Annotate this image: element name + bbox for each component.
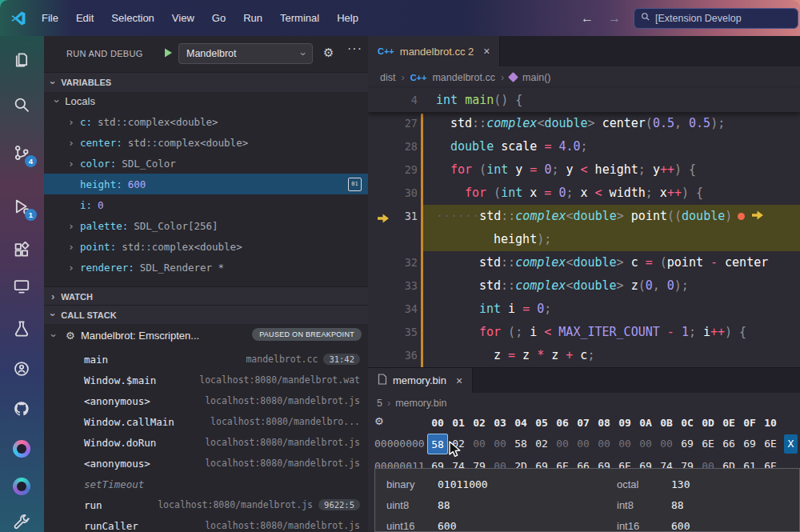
hex-byte-cell[interactable]: 58 bbox=[510, 433, 531, 455]
scope-locals[interactable]: › Locals bbox=[44, 90, 368, 111]
code-token: double bbox=[573, 278, 616, 293]
code-token: ( bbox=[653, 255, 667, 270]
tab-mandelbrot-cc[interactable]: C++ mandelbrot.cc 2 × bbox=[368, 36, 500, 66]
hex-byte-cell[interactable]: 58 bbox=[427, 434, 448, 454]
code-line[interactable]: 33std::complex<double> z(0, 0); bbox=[368, 274, 800, 298]
command-center[interactable]: [Extension Develop bbox=[634, 8, 798, 29]
menu-help[interactable]: Help bbox=[328, 9, 367, 27]
hex-byte-cell[interactable]: 02 bbox=[531, 433, 552, 455]
hex-decoded-cell[interactable]: X bbox=[784, 434, 798, 454]
github-icon[interactable] bbox=[11, 398, 32, 419]
menu-go[interactable]: Go bbox=[203, 9, 234, 27]
watch-section-header[interactable]: › WATCH bbox=[44, 286, 368, 306]
menu-terminal[interactable]: Terminal bbox=[271, 9, 328, 27]
code-token: double bbox=[573, 255, 616, 270]
variable-row[interactable]: ›c:std::complex<double> bbox=[44, 111, 368, 132]
code-token: x bbox=[660, 186, 667, 200]
stack-frame-row[interactable]: Window.$mainlocalhost:8080/mandelbrot.wa… bbox=[44, 370, 368, 390]
close-icon[interactable]: × bbox=[483, 45, 490, 58]
code-line[interactable]: 35for (; i < MAX_ITER_COUNT - 1; i++) { bbox=[368, 321, 800, 344]
panel-crumb-count[interactable]: 5 bbox=[377, 398, 382, 409]
code-line[interactable]: 34int i = 0; bbox=[368, 298, 800, 321]
variable-row[interactable]: ›point:std::complex<double> bbox=[44, 236, 368, 257]
tab-memory-bin[interactable]: memory.bin × bbox=[368, 368, 473, 393]
stack-frame-row[interactable]: runlocalhost:8080/mandelbrot.js9622:5 bbox=[44, 494, 368, 515]
remote-explorer-icon[interactable] bbox=[11, 276, 32, 297]
stack-frame-row[interactable]: mainmandelbrot.cc31:42 bbox=[44, 349, 368, 370]
forward-icon[interactable]: → bbox=[608, 11, 621, 26]
variable-row[interactable]: ›center:std::complex<double> bbox=[44, 132, 368, 153]
breadcrumb-file[interactable]: mandelbrot.cc bbox=[432, 72, 495, 83]
hex-byte-cell[interactable]: 00 bbox=[573, 433, 594, 455]
hex-settings-gear-icon[interactable]: ⚙ bbox=[374, 415, 384, 427]
code-line[interactable]: 27std::complex<double> center(0.5, 0.5); bbox=[368, 112, 800, 135]
hex-byte-cell[interactable]: 00 bbox=[656, 433, 677, 455]
code-line[interactable]: 29for (int y = 0; y < height; y++) { bbox=[368, 158, 800, 182]
hex-byte-cell[interactable]: 00 bbox=[614, 433, 635, 455]
code-line[interactable]: 32std::complex<double> c = (point - cent… bbox=[368, 251, 800, 274]
explorer-icon[interactable] bbox=[11, 50, 32, 70]
code-line[interactable]: height); bbox=[368, 228, 800, 251]
hex-byte-cell[interactable]: 6E bbox=[760, 433, 781, 455]
menu-selection[interactable]: Selection bbox=[102, 9, 162, 27]
code-editor[interactable]: 27std::complex<double> center(0.5, 0.5);… bbox=[368, 112, 800, 368]
extensions-icon[interactable] bbox=[11, 240, 32, 261]
launch-config-dropdown[interactable]: Mandelbrot › bbox=[178, 43, 313, 64]
copilot-ring-icon[interactable] bbox=[11, 438, 32, 459]
bottom-panel: memory.bin × 5 › memory.bin ⚙ 0001020304… bbox=[368, 367, 800, 532]
debug-settings-gear-icon[interactable]: ⚙ bbox=[323, 46, 334, 60]
variable-row[interactable]: ›color:SDL_Color bbox=[44, 153, 368, 174]
code-line[interactable]: 30for (int x = 0; x < width; x++) { bbox=[368, 182, 800, 205]
code-token: ; bbox=[587, 348, 594, 362]
stack-frame-row[interactable]: <anonymous>localhost:8080/mandelbrot.js bbox=[44, 390, 368, 411]
stack-frame-row[interactable]: Window.doRunlocalhost:8080/mandelbrot.js bbox=[44, 432, 368, 453]
swirl-extension-icon[interactable] bbox=[11, 476, 32, 497]
frame-name: run bbox=[84, 499, 102, 511]
sticky-scroll-line[interactable]: 4 int main() { bbox=[368, 88, 800, 112]
hex-byte-cell[interactable]: 00 bbox=[490, 433, 510, 455]
menu-file[interactable]: File bbox=[33, 9, 67, 27]
menu-view[interactable]: View bbox=[163, 9, 203, 27]
call-stack-section-header[interactable]: › CALL STACK bbox=[44, 305, 368, 324]
hex-byte-cell[interactable]: 00 bbox=[594, 433, 614, 455]
close-icon[interactable]: × bbox=[456, 374, 462, 387]
run-debug-icon[interactable]: 1 bbox=[11, 196, 32, 217]
code-line[interactable]: 36z = z * z + c; bbox=[368, 344, 800, 367]
hex-byte-cell[interactable]: 6E bbox=[698, 433, 718, 455]
stack-frame-row[interactable]: runCallerlocalhost:8080/mandelbrot.js bbox=[44, 515, 368, 532]
binary-view-icon[interactable]: 01 bbox=[348, 178, 362, 191]
code-token: ) { bbox=[682, 186, 703, 200]
more-actions-icon[interactable]: ··· bbox=[347, 42, 362, 56]
hex-byte-cell[interactable]: 66 bbox=[718, 433, 739, 455]
variable-row[interactable]: ›renderer:SDL_Renderer * bbox=[44, 257, 368, 278]
code-line[interactable]: 28double scale = 4.0; bbox=[368, 135, 800, 158]
panel-crumb-file[interactable]: memory.bin bbox=[395, 398, 446, 409]
stack-frame-row[interactable]: <anonymous>localhost:8080/mandelbrot.js bbox=[44, 453, 368, 474]
hex-byte-cell[interactable]: 00 bbox=[635, 433, 656, 455]
variable-name: center: bbox=[80, 137, 122, 149]
debug-session-row[interactable]: › ⚙ Mandelbrot: Emscripten... PAUSED ON … bbox=[44, 323, 368, 347]
variable-row[interactable]: height:60001 bbox=[44, 174, 368, 194]
back-icon[interactable]: ← bbox=[581, 11, 594, 26]
hex-byte-cell[interactable]: 00 bbox=[552, 433, 573, 455]
code-token: center bbox=[718, 255, 768, 270]
breadcrumb-dist[interactable]: dist bbox=[380, 72, 395, 83]
variables-section-header[interactable]: › VARIABLES bbox=[44, 72, 368, 92]
variable-row[interactable]: ›palette:SDL_Color[256] bbox=[44, 215, 368, 236]
tools-wrench-icon[interactable] bbox=[11, 512, 32, 532]
hex-byte-cell[interactable]: 00 bbox=[469, 433, 490, 455]
start-debug-button[interactable] bbox=[162, 47, 174, 62]
source-control-icon[interactable]: 4 bbox=[11, 142, 32, 163]
live-share-icon[interactable] bbox=[11, 358, 32, 379]
test-beaker-icon[interactable] bbox=[11, 318, 32, 339]
menu-edit[interactable]: Edit bbox=[67, 9, 102, 27]
stack-frame-row[interactable]: Window.callMainlocalhost:8080/mandelbro.… bbox=[44, 411, 368, 432]
menu-run[interactable]: Run bbox=[234, 9, 271, 27]
stack-frame-row[interactable]: setTimeout bbox=[44, 474, 368, 494]
hex-byte-cell[interactable]: 69 bbox=[739, 433, 760, 455]
breadcrumb-symbol[interactable]: main() bbox=[522, 72, 550, 83]
variable-row[interactable]: i:0 bbox=[44, 194, 368, 215]
search-view-icon[interactable] bbox=[11, 94, 32, 115]
code-line[interactable]: 31······std::complex<double> point((doub… bbox=[368, 205, 800, 228]
hex-byte-cell[interactable]: 69 bbox=[677, 433, 698, 455]
